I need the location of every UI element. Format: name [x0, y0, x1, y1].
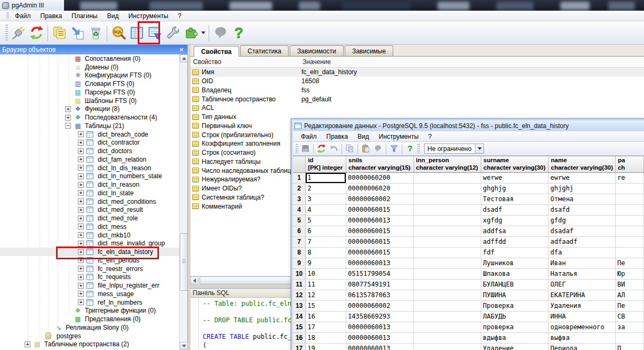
expand-icon[interactable]: +: [65, 106, 71, 112]
filter-icon[interactable]: [388, 143, 400, 155]
row-number[interactable]: 11: [293, 279, 306, 290]
column-header-id[interactable]: id[PK] integer: [306, 156, 346, 172]
grid-cell[interactable]: [414, 311, 481, 322]
expand-icon[interactable]: +: [78, 232, 84, 238]
row-number[interactable]: 10: [293, 268, 306, 279]
grid-cell[interactable]: 00000060015: [346, 204, 414, 215]
column-header-surname[interactable]: surnamecharacter varying(30): [481, 156, 548, 172]
tree-item-dict_ln_numbers_state[interactable]: +dict_ln_numbers_state: [0, 172, 179, 181]
expand-icon[interactable]: +: [78, 266, 84, 272]
expand-icon[interactable]: +: [78, 165, 84, 171]
help-icon[interactable]: ?: [404, 143, 416, 155]
grid-cell[interactable]: 1: [306, 172, 346, 183]
grid-cell[interactable]: проверка: [481, 322, 548, 332]
expand-icon[interactable]: +: [78, 291, 84, 297]
grid-cell[interactable]: ИННА: [548, 311, 615, 322]
plugins-dropdown-arrow-icon[interactable]: [200, 23, 206, 43]
expand-icon[interactable]: +: [78, 274, 84, 280]
tree-item--fts-0[interactable]: ▤Парсеры FTS (0): [0, 88, 179, 97]
row-number[interactable]: 16: [293, 332, 306, 343]
grid-cell[interactable]: 10: [306, 268, 346, 279]
refresh-icon[interactable]: [27, 23, 45, 43]
grid-cell[interactable]: П: [615, 343, 643, 350]
grid-cell[interactable]: ЛАБУДЬ: [481, 311, 548, 322]
grid-cell[interactable]: 18: [306, 332, 346, 343]
grid-cell[interactable]: Удаление: [481, 343, 548, 350]
grid-cell[interactable]: [615, 332, 643, 343]
edit-menu-правка[interactable]: Правка: [322, 132, 353, 141]
grid-cell[interactable]: [615, 204, 643, 215]
grid-cell[interactable]: Шпакова: [481, 268, 548, 279]
row-number[interactable]: 6: [293, 226, 306, 236]
grid-cell[interactable]: 00000060013: [346, 322, 414, 332]
row-number[interactable]: 13: [293, 300, 306, 311]
grid-cell[interactable]: Пе: [615, 300, 643, 311]
scroll-left-button[interactable]: [190, 276, 198, 284]
maintenance-icon[interactable]: [164, 23, 182, 43]
row-number[interactable]: 9: [293, 258, 306, 268]
grid-cell[interactable]: 00000060015: [346, 236, 414, 247]
grid-cell[interactable]: [414, 183, 481, 194]
tree-item-dict_ln_reason[interactable]: +dict_ln_reason: [0, 180, 179, 189]
property-row[interactable]: OID16508: [190, 77, 644, 86]
grid-cell[interactable]: [414, 258, 481, 268]
grid-cell[interactable]: 14358669293: [346, 311, 414, 322]
connect-icon[interactable]: [9, 23, 27, 43]
grid-cell[interactable]: [414, 226, 481, 236]
menu-правка[interactable]: Правка: [36, 11, 67, 21]
grid-cell[interactable]: [615, 215, 643, 226]
expand-icon[interactable]: +: [65, 115, 71, 121]
scroll-down-button[interactable]: [180, 342, 188, 350]
column-header-inn_person[interactable]: inn_personcharacter varying(12): [414, 156, 481, 172]
grid-cell[interactable]: Проверка: [481, 300, 548, 311]
grid-cell[interactable]: 00000060015: [346, 226, 414, 236]
paste-object-icon[interactable]: [68, 23, 86, 43]
tree-item--fts-0[interactable]: ▤Шаблоны FTS (0): [0, 97, 179, 105]
row-number[interactable]: 4: [293, 204, 306, 215]
grid-cell[interactable]: 00000060015: [346, 247, 414, 258]
grid-cell[interactable]: dsadaf: [548, 226, 615, 236]
tree-item-dict_mkb10[interactable]: +dict_mkb10: [0, 231, 179, 240]
edit-window-title-bar[interactable]: Редактирование данных - PostgreSQL 9.5 (…: [293, 121, 644, 131]
scroll-up-button[interactable]: [180, 54, 188, 62]
grid-cell[interactable]: Наталья: [548, 268, 615, 279]
property-row[interactable]: Имяfc_eln_data_history: [190, 68, 644, 77]
grid-cell[interactable]: adffdd: [481, 236, 548, 247]
grid-cell[interactable]: re: [615, 172, 643, 183]
grid-cell[interactable]: 00000060002: [346, 194, 414, 204]
grid-cell[interactable]: [615, 183, 643, 194]
edit-menu-?[interactable]: ?: [424, 132, 437, 141]
tree-item-dict_ln_dis_reason[interactable]: +dict_ln_dis_reason: [0, 164, 179, 172]
tree-item-dict_med_role[interactable]: +dict_med_role: [0, 214, 179, 222]
grid-cell[interactable]: 00000060200: [346, 172, 414, 183]
grid-cell[interactable]: [615, 236, 643, 247]
grid-cell[interactable]: АЛ: [615, 290, 643, 300]
tree-item-ref_ln_numbers[interactable]: +ref_ln_numbers: [0, 298, 179, 307]
expand-icon[interactable]: +: [78, 224, 84, 229]
grid-cell[interactable]: [615, 247, 643, 258]
undo-icon[interactable]: [328, 143, 340, 155]
grid-cell[interactable]: за: [615, 322, 643, 332]
expand-icon[interactable]: +: [78, 190, 84, 196]
row-number[interactable]: 2: [293, 183, 306, 194]
expand-icon[interactable]: +: [78, 216, 84, 221]
row-number[interactable]: 5: [293, 215, 306, 226]
query-tool-icon[interactable]: SQL: [109, 23, 128, 43]
row-number[interactable]: 3: [293, 194, 306, 204]
tree-item--8[interactable]: +❖Функции (8): [0, 105, 179, 114]
tree-item--0[interactable]: ▩Представления (0): [0, 315, 179, 323]
grid-cell[interactable]: [414, 215, 481, 226]
grid-cell[interactable]: 05151799054: [346, 268, 414, 279]
grid-cell[interactable]: 00000006020: [346, 183, 414, 194]
tree-item-fc_reestr_errors[interactable]: +fc_reestr_errors: [0, 265, 179, 273]
grid-cell[interactable]: gfdg: [548, 215, 615, 226]
grid-cell[interactable]: 17: [306, 322, 346, 332]
expand-icon[interactable]: +: [78, 148, 84, 154]
balloon-icon[interactable]: [211, 23, 229, 43]
grid-cell[interactable]: ЕКАТЕРИНА: [548, 290, 615, 300]
refresh-icon[interactable]: [315, 143, 328, 155]
grid-cell[interactable]: 00000060013: [346, 343, 414, 350]
row-limit-dropdown[interactable]: Не ограничено: [424, 144, 484, 154]
row-number[interactable]: 12: [293, 290, 306, 300]
chevron-down-icon[interactable]: [475, 144, 483, 153]
